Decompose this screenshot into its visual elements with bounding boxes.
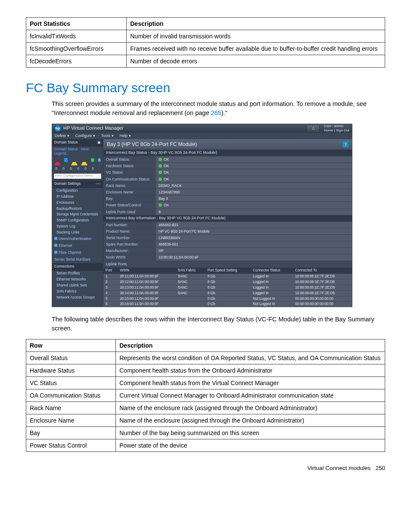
sidebar-item[interactable]: SNMP Configuration — [52, 218, 103, 224]
table-cell: 2 — [103, 280, 118, 285]
col-header: Description — [116, 339, 385, 352]
status-panel-header: Interconnect Bay Status - Bay 3(HP VC 8G… — [103, 149, 352, 156]
table-row[interactable]: 120:11:00:11:0A:00:00:9FSANC8 GbLogged I… — [103, 274, 352, 280]
column-header[interactable]: SAN Fabric — [175, 268, 205, 274]
table-cell: fcInvalidTxWords — [26, 30, 127, 43]
help-icon[interactable]: ? — [342, 141, 349, 147]
menu-item[interactable]: Configure ▾ — [75, 134, 96, 138]
sidebar-item[interactable]: Users/Authentication — [52, 236, 103, 243]
status-count: 0 — [91, 167, 95, 171]
menu-item[interactable]: Help ▾ — [120, 134, 131, 138]
page-link[interactable]: 265 — [211, 109, 221, 116]
sidebar-item[interactable]: Storage Mgmt Credentials — [52, 212, 103, 218]
sidebar-item[interactable]: SAN Fabrics — [52, 289, 103, 295]
sidebar-item[interactable]: Backup/Restore — [52, 206, 103, 212]
field-label: VC Status: — [103, 169, 156, 175]
expand-icon[interactable] — [54, 237, 57, 240]
sidebar-item[interactable]: Configuration — [52, 188, 103, 194]
section-heading: FC Bay Summary screen — [26, 81, 385, 95]
table-cell: Current Virtual Connect Manager to Onboa… — [116, 389, 385, 402]
table-cell: 8 Gb — [206, 274, 251, 280]
table-cell: OA Communication Status — [26, 389, 116, 402]
page-footer: Virtual Connect modules 250 — [26, 465, 385, 471]
column-header[interactable]: Port — [103, 268, 118, 274]
table-cell: Name of the enclosure (assigned through … — [116, 414, 385, 427]
sidebar-item[interactable]: Network Access Groups — [52, 295, 103, 301]
table-cell: Bay — [26, 427, 116, 439]
table-row[interactable]: 520:15:00:11:0A:00:00:9F0 GbNot Logged I… — [103, 296, 352, 302]
table-row[interactable]: 320:13:00:11:0A:00:00:9FSANC8 GbLogged I… — [103, 285, 352, 290]
app-titlebar: hp HP Virtual Connect Manager ⌂ User : a… — [52, 124, 352, 133]
table-cell: 8 Gb — [206, 280, 251, 285]
table-row[interactable]: 620:16:00:11:0A:00:00:9F0 GbNot Logged I… — [103, 302, 352, 307]
table-cell — [175, 296, 205, 302]
domain-status-link[interactable]: Domain Status — [54, 147, 78, 151]
column-header[interactable]: WWN — [118, 268, 175, 274]
table-cell: 10:00:00:05:1E:7F:2E:D5 — [293, 280, 352, 285]
sidebar-item[interactable]: Ethernet Networks — [52, 277, 103, 283]
table-cell: 20:11:00:11:0A:00:00:9F — [118, 274, 175, 280]
hp-logo-icon: hp — [55, 125, 61, 131]
table-cell: 0 Gb — [206, 296, 251, 302]
intro-text: This screen provides a summary of the in… — [52, 100, 367, 116]
ok-status-icon — [159, 158, 162, 161]
domain-settings-header: Domain Settings ▫▫▫ — [52, 180, 103, 188]
field-value: Bay 3 — [156, 196, 352, 202]
table-cell: 20:14:00:11:0A:00:00:9F — [118, 290, 175, 296]
table-cell: 1 — [103, 274, 118, 280]
field-value: 466539-001 — [156, 241, 352, 247]
sidebar-item[interactable]: Server Profiles — [52, 271, 103, 277]
table-cell: SANC — [175, 280, 205, 285]
table-cell: 20:16:00:11:0A:00:00:9F — [118, 302, 175, 307]
expand-icon[interactable] — [54, 251, 57, 254]
expand-icon[interactable] — [54, 244, 57, 247]
menu-bar: Define ▾Configure ▾Tools ▾Help ▾ — [52, 133, 352, 139]
field-value: On — [156, 202, 352, 208]
table-cell: 00:00:00:00:00:00:00:00 — [293, 302, 352, 307]
collapse-icon[interactable]: ▣ — [97, 140, 101, 145]
sidebar-item[interactable]: Stacking Links — [52, 230, 103, 236]
status-count: 0 — [69, 167, 73, 171]
sidebar-item[interactable]: Enclosures — [52, 200, 103, 206]
embedded-screenshot: hp HP Virtual Connect Manager ⌂ User : a… — [52, 124, 352, 307]
sidebar-item[interactable]: Ethernet — [52, 243, 103, 249]
info-panel-header: Interconnect Bay Information - Bay 3(HP … — [103, 215, 352, 221]
status-warning-icon — [71, 158, 78, 165]
table-intro-paragraph: The following table describes the rows w… — [26, 315, 385, 333]
sidebar-item[interactable]: Shared Uplink Sets — [52, 283, 103, 289]
sidebar-item[interactable]: System Log — [52, 224, 103, 230]
column-header[interactable]: Port Speed Setting — [206, 268, 251, 274]
menu-item[interactable]: Tools ▾ — [101, 134, 114, 138]
sidebar-item[interactable]: Fibre Channel — [52, 249, 103, 256]
col-header: Port Statistics — [26, 18, 127, 30]
table-cell: Not Logged In — [251, 302, 293, 307]
home-icon[interactable]: ⌂ — [307, 124, 320, 132]
status-info-icon — [98, 158, 101, 162]
column-header[interactable]: Connected To — [293, 268, 352, 274]
table-cell: Number of the bay being summarized on th… — [116, 427, 385, 439]
menu-item[interactable]: Define ▾ — [55, 134, 69, 138]
table-row[interactable]: 420:14:00:11:0A:00:00:9FSANC8 GbLogged I… — [103, 290, 352, 296]
column-header[interactable]: Connector Status — [251, 268, 293, 274]
field-value: 10:00:00:11:0A:00:00:9F — [156, 254, 352, 260]
status-critical-icon — [54, 158, 61, 165]
intro-text-2: )." — [221, 109, 227, 116]
table-cell: 20:15:00:11:0A:00:00:9F — [118, 296, 175, 302]
field-label: OA Communication Status: — [103, 176, 156, 182]
sidebar-item[interactable]: Server Serial Numbers — [52, 256, 103, 263]
table-cell: 10:00:00:05:1E:7F:2E:D5 — [293, 285, 352, 290]
ok-status-icon — [159, 171, 162, 174]
field-value: HP — [156, 248, 352, 254]
tree-controls-icon[interactable]: ▫▫▫ — [96, 182, 101, 186]
search-input[interactable]: Find Configuration Items — [53, 173, 102, 179]
page-title: Bay 3 (HP VC 8Gb 24-Port FC Module) — [107, 141, 197, 147]
table-cell: Logged In — [251, 274, 293, 280]
field-label: Power Status/Control: — [103, 202, 156, 208]
table-row[interactable]: 220:12:00:11:0A:00:00:9FSANC8 GbLogged I… — [103, 280, 352, 285]
ok-status-icon — [159, 203, 162, 207]
domain-status-header: Domain Status ▣ — [52, 139, 103, 146]
field-value: OK — [156, 156, 352, 162]
sidebar-item[interactable]: IP Address — [52, 194, 103, 200]
user-info: User : admin Home | Sign Out — [324, 124, 349, 132]
table-cell: Power state of the device — [116, 439, 385, 452]
